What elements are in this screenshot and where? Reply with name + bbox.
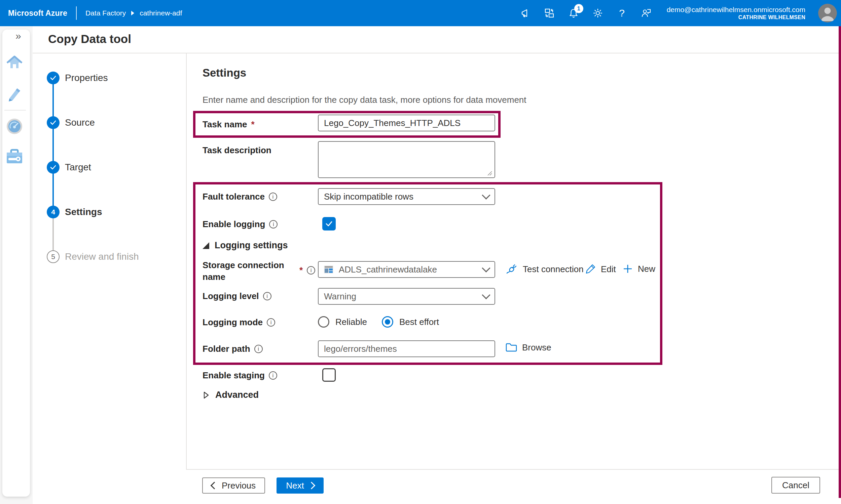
check-icon: [50, 75, 56, 81]
stepper-connector-complete: [52, 78, 54, 212]
storage-connection-required: * i: [299, 265, 315, 275]
pencil-icon: [585, 264, 596, 275]
next-button[interactable]: Next: [276, 478, 324, 493]
announcements-icon[interactable]: [519, 7, 531, 19]
toolbox-icon: [6, 148, 23, 165]
folder-icon: [505, 342, 517, 353]
previous-button[interactable]: Previous: [202, 478, 265, 493]
azure-brand[interactable]: Microsoft Azure: [8, 9, 67, 18]
help-icon[interactable]: ?: [616, 7, 628, 19]
new-connection-button[interactable]: New: [622, 264, 655, 274]
cancel-button[interactable]: Cancel: [771, 477, 820, 493]
chevron-right-icon: [307, 482, 315, 489]
info-icon[interactable]: i: [263, 292, 272, 300]
task-description-label: Task description: [203, 145, 272, 156]
resize-grip-icon[interactable]: [487, 171, 493, 176]
task-name-input[interactable]: [318, 114, 495, 131]
plus-icon: [622, 264, 633, 274]
edit-connection-button[interactable]: Edit: [585, 264, 616, 275]
account-info[interactable]: demo@cathrinewilhelmsen.onmicrosoft.com …: [667, 5, 805, 21]
check-icon: [50, 164, 56, 171]
info-icon[interactable]: i: [307, 266, 315, 274]
notification-badge: 1: [574, 4, 583, 13]
logging-level-label: Logging level i: [203, 291, 272, 301]
info-icon[interactable]: i: [254, 345, 263, 353]
chevron-down-icon: [482, 264, 490, 272]
info-icon[interactable]: i: [269, 371, 277, 380]
radio-best-effort[interactable]: [382, 316, 393, 328]
breadcrumb-instance[interactable]: cathrinew-adf: [140, 9, 182, 17]
info-icon[interactable]: i: [269, 220, 277, 229]
info-icon[interactable]: i: [267, 318, 275, 327]
step-label-source[interactable]: Source: [65, 117, 95, 128]
topbar-actions: 1 ? demo@cathrinewilhelmsen.onmicrosoft.…: [519, 4, 841, 22]
form-heading: Settings: [203, 67, 246, 79]
caret-expanded-icon: [203, 242, 209, 249]
user-email: demo@cathrinewilhelmsen.onmicrosoft.com: [667, 5, 805, 14]
avatar[interactable]: [818, 4, 837, 22]
adls-connection-icon: [324, 266, 333, 273]
logging-settings-toggle[interactable]: Logging settings: [203, 240, 288, 251]
expand-sidebar-icon[interactable]: »: [16, 30, 21, 42]
fault-tolerance-dropdown[interactable]: Skip incompatible rows: [318, 188, 495, 205]
step-circle-settings[interactable]: 4: [47, 205, 59, 218]
step-circle-source[interactable]: [47, 116, 59, 129]
radio-reliable[interactable]: [318, 316, 329, 328]
step-circle-review[interactable]: 5: [47, 250, 59, 263]
screenshot-edge-strip: [839, 26, 841, 498]
breadcrumb-arrow-icon: [131, 11, 134, 16]
browse-button[interactable]: Browse: [505, 342, 551, 353]
fault-tolerance-label: Fault tolerance i: [203, 192, 277, 202]
form-description: Enter name and description for the copy …: [203, 95, 527, 105]
switch-directory-icon[interactable]: [544, 7, 555, 19]
user-name: CATHRINE WILHELMSEN: [738, 14, 805, 21]
logging-level-dropdown[interactable]: Warning: [318, 288, 495, 305]
caret-collapsed-icon: [203, 391, 210, 399]
breadcrumb-app[interactable]: Data Factory: [85, 9, 126, 17]
radio-best-effort-label[interactable]: Best effort: [399, 317, 439, 327]
info-icon[interactable]: i: [269, 193, 277, 201]
chevron-left-icon: [210, 482, 218, 489]
sidebar-item-manage[interactable]: [6, 148, 23, 165]
enable-staging-label: Enable staging i: [203, 370, 277, 381]
settings-gear-icon[interactable]: [592, 7, 603, 19]
enable-staging-checkbox[interactable]: [322, 368, 336, 382]
storage-connection-dropdown[interactable]: ADLS_cathrinewdatalake: [318, 261, 495, 278]
storage-connection-label: Storage connection name: [203, 259, 300, 283]
top-bar: Microsoft Azure Data Factory cathrinew-a…: [0, 0, 841, 26]
test-connection-button[interactable]: Test connection: [505, 263, 584, 275]
advanced-toggle[interactable]: Advanced: [203, 390, 259, 400]
stepper-form-divider: [186, 53, 187, 469]
sidebar-item-author[interactable]: [6, 85, 23, 102]
enable-logging-checkbox[interactable]: [322, 217, 336, 231]
radio-reliable-label[interactable]: Reliable: [336, 317, 367, 327]
topbar-divider: [76, 6, 77, 20]
header-divider: [33, 53, 841, 53]
sidebar-item-monitor[interactable]: [6, 118, 23, 135]
folder-path-input[interactable]: [318, 340, 495, 357]
folder-path-label: Folder path i: [203, 344, 263, 354]
pencil-icon: [6, 85, 23, 102]
notifications-bell-icon[interactable]: 1: [568, 7, 579, 19]
feedback-icon[interactable]: [640, 7, 652, 19]
logging-mode-label: Logging mode i: [203, 317, 275, 328]
step-label-review[interactable]: Review and finish: [65, 251, 139, 262]
sidebar-divider: [4, 110, 26, 110]
chevron-down-icon: [482, 191, 490, 199]
step-circle-target[interactable]: [47, 161, 59, 174]
enable-logging-label: Enable logging i: [203, 219, 277, 230]
step-label-target[interactable]: Target: [65, 162, 91, 173]
logging-mode-options: Reliable Best effort: [318, 316, 448, 328]
check-icon: [50, 119, 56, 126]
step-label-settings[interactable]: Settings: [65, 206, 102, 217]
plug-icon: [505, 263, 518, 275]
page-title: Copy Data tool: [48, 32, 131, 46]
step-label-properties[interactable]: Properties: [65, 73, 108, 83]
gauge-icon: [6, 118, 23, 135]
task-name-label: Task name*: [203, 119, 255, 130]
sidebar-item-home[interactable]: [6, 54, 23, 71]
step-circle-properties[interactable]: [47, 72, 59, 84]
task-description-input[interactable]: [318, 141, 495, 178]
chevron-down-icon: [482, 291, 490, 299]
footer-divider: [186, 469, 841, 470]
